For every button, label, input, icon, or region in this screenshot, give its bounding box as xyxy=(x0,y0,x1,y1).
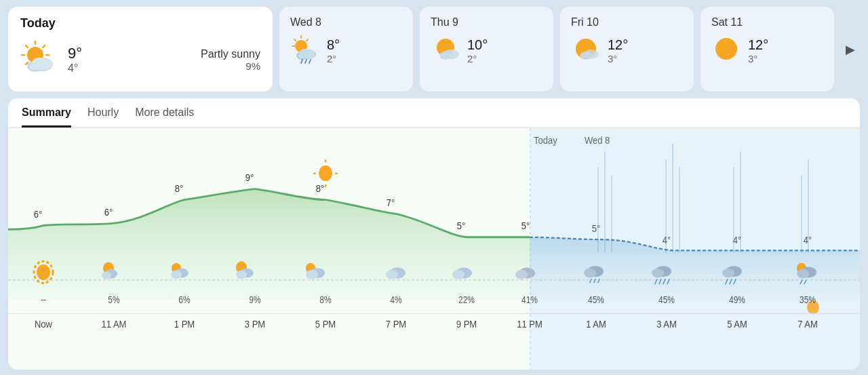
svg-point-98 xyxy=(797,269,809,279)
svg-point-60 xyxy=(37,264,50,280)
svg-text:3 AM: 3 AM xyxy=(656,318,677,330)
svg-line-24 xyxy=(301,60,302,63)
fri-icon xyxy=(571,34,601,68)
svg-text:3 PM: 3 PM xyxy=(245,318,265,330)
tab-summary[interactable]: Summary xyxy=(22,106,71,127)
svg-text:41%: 41% xyxy=(521,295,538,306)
svg-line-17 xyxy=(294,39,296,41)
sat-high: 12° xyxy=(748,37,768,53)
svg-point-73 xyxy=(306,270,318,279)
svg-text:4°: 4° xyxy=(804,234,812,245)
svg-point-77 xyxy=(452,270,465,279)
svg-text:8%: 8% xyxy=(319,295,332,306)
next-days-arrow[interactable]: ▶ xyxy=(841,7,860,92)
summary-panel: Summary Hourly More details Today Wed 8 xyxy=(8,98,860,370)
svg-point-75 xyxy=(386,270,398,279)
svg-text:11 AM: 11 AM xyxy=(102,318,127,330)
svg-text:6%: 6% xyxy=(178,295,191,306)
thu-label: Thu 9 xyxy=(431,16,458,28)
sat-low: 3° xyxy=(748,53,768,64)
thu-card[interactable]: Thu 9 10° 2° xyxy=(420,7,553,92)
svg-point-79 xyxy=(515,270,528,279)
today-low-temp: 4° xyxy=(68,62,82,75)
wed-icon xyxy=(290,34,320,68)
tab-more-details[interactable]: More details xyxy=(135,106,194,127)
svg-point-81 xyxy=(584,269,596,278)
svg-point-92 xyxy=(722,269,734,278)
svg-rect-30 xyxy=(440,53,455,58)
svg-text:6°: 6° xyxy=(104,206,113,218)
thu-icon xyxy=(431,34,460,68)
svg-text:49%: 49% xyxy=(729,295,745,306)
sat-label: Sat 11 xyxy=(711,16,743,28)
today-weather-icon xyxy=(20,37,60,82)
svg-rect-13 xyxy=(30,63,50,70)
today-description: Partly sunny xyxy=(201,48,260,60)
today-high-temp: 9° xyxy=(68,45,82,62)
svg-line-8 xyxy=(43,45,45,47)
svg-text:4°: 4° xyxy=(663,234,671,245)
svg-text:5 AM: 5 AM xyxy=(727,318,747,330)
svg-text:Wed 8: Wed 8 xyxy=(585,134,610,146)
svg-text:5°: 5° xyxy=(521,220,530,231)
svg-text:9 PM: 9 PM xyxy=(456,318,477,330)
fri-low: 3° xyxy=(608,53,628,64)
svg-text:7 PM: 7 PM xyxy=(386,318,406,330)
svg-text:22%: 22% xyxy=(458,295,475,306)
svg-rect-34 xyxy=(580,53,595,58)
svg-text:7 AM: 7 AM xyxy=(797,318,818,330)
today-precip: 9% xyxy=(201,60,260,72)
svg-text:8°: 8° xyxy=(316,182,324,194)
fri-label: Fri 10 xyxy=(571,16,599,28)
svg-line-25 xyxy=(305,60,307,63)
svg-point-70 xyxy=(236,271,247,279)
tabs-row: Summary Hourly More details xyxy=(8,98,860,128)
svg-text:Today: Today xyxy=(534,134,557,146)
svg-point-35 xyxy=(715,38,737,60)
svg-text:5%: 5% xyxy=(108,295,120,306)
svg-text:5°: 5° xyxy=(592,222,600,234)
wed-low: 2° xyxy=(327,53,340,64)
temperature-chart-svg: Today Wed 8 xyxy=(8,128,860,370)
svg-line-26 xyxy=(309,60,311,63)
svg-line-18 xyxy=(307,39,308,41)
svg-line-5 xyxy=(26,45,28,47)
svg-point-67 xyxy=(171,271,182,279)
svg-line-7 xyxy=(26,62,28,64)
svg-text:1 AM: 1 AM xyxy=(586,318,606,330)
sat-icon xyxy=(711,34,741,68)
svg-point-53 xyxy=(319,165,332,181)
sat-card[interactable]: Sat 11 12° 3° xyxy=(701,7,834,92)
svg-text:Now: Now xyxy=(35,318,53,330)
svg-text:8°: 8° xyxy=(175,182,183,194)
today-card: Today xyxy=(8,7,273,92)
svg-text:4%: 4% xyxy=(390,295,402,306)
chart-container: Today Wed 8 xyxy=(8,128,860,370)
svg-text:6°: 6° xyxy=(34,208,42,220)
svg-text:5°: 5° xyxy=(457,220,465,231)
fri-card[interactable]: Fri 10 12° 3° xyxy=(560,7,694,92)
svg-text:--: -- xyxy=(41,295,46,306)
wed-label: Wed 8 xyxy=(290,16,321,28)
svg-rect-23 xyxy=(298,53,313,58)
wed-high: 8° xyxy=(327,37,340,53)
fri-high: 12° xyxy=(608,37,628,53)
svg-text:35%: 35% xyxy=(800,295,816,306)
svg-text:5 PM: 5 PM xyxy=(315,318,336,330)
svg-text:45%: 45% xyxy=(658,295,675,306)
wed-card[interactable]: Wed 8 xyxy=(279,7,413,92)
thu-high: 10° xyxy=(467,37,488,53)
tab-hourly[interactable]: Hourly xyxy=(87,106,119,127)
svg-text:9°: 9° xyxy=(245,172,254,183)
svg-text:1 PM: 1 PM xyxy=(174,318,195,330)
forecast-cards-row: Today xyxy=(8,7,860,92)
svg-text:11 PM: 11 PM xyxy=(517,318,542,330)
svg-text:45%: 45% xyxy=(588,295,604,306)
svg-point-64 xyxy=(102,271,111,279)
svg-text:7°: 7° xyxy=(387,197,395,208)
today-title: Today xyxy=(20,16,260,31)
svg-point-86 xyxy=(652,269,664,278)
thu-low: 2° xyxy=(467,53,488,64)
svg-text:9%: 9% xyxy=(249,295,261,306)
